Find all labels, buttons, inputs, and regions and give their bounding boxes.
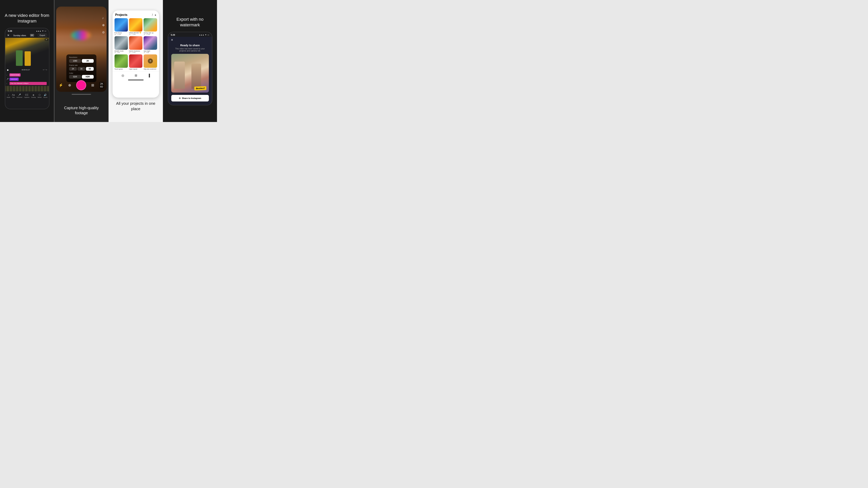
resolution-1080-button[interactable]: 1080 [69, 59, 81, 63]
project-thumb-6 [144, 36, 157, 50]
framerate-24-button[interactable]: 24 [69, 67, 77, 71]
wifi-icon-4: ▼ [205, 34, 207, 36]
camera-settings-overlay: Resolution 1080 2K Frame rate 24 30 60 C [66, 55, 96, 82]
panel4-title: Export with no watermark [166, 17, 214, 28]
phone-mockup-1: 5:26 ▲▲▲ ▼ ▭ ✕ Sunday vibes 2K Export 2K… [5, 28, 50, 109]
ready-subtitle: This video has been saved to your projec… [168, 47, 212, 54]
track-icon-1: ♩ [6, 74, 9, 76]
sticker-label: Sticker [38, 97, 42, 98]
project-name-6: Spa night [144, 50, 157, 52]
project-sunny-side-up[interactable]: Sunny side up 3d · 2.5MB [144, 18, 157, 35]
panel-projects: Projects ⤴ ● Free throw 4d · 2.3MB Infla… [109, 0, 163, 122]
play-button[interactable]: ▶ [7, 69, 9, 71]
project-hype-squad[interactable]: Hype squad [129, 55, 143, 70]
framerate-30-button[interactable]: 30 [78, 67, 85, 71]
tool-sticker[interactable]: ⬡ Sticker [38, 94, 42, 98]
project-name-1: Free throw [115, 32, 128, 34]
redo-button[interactable]: ↪ [45, 69, 47, 71]
clip-voiceover[interactable]: Voiceover [9, 78, 19, 81]
tool-overlay[interactable]: ◈ Overlay [31, 94, 36, 98]
project-inflata-boom[interactable]: Inflata-BOOM! 💛 4d · 1.1MB [129, 18, 143, 35]
undo-button[interactable]: ↩ [43, 69, 44, 71]
clip-flux[interactable]: Flux Vox Maxwell 126bpm [9, 82, 47, 85]
resolution-2k-button[interactable]: 2K [82, 59, 94, 63]
nav-stats-icon[interactable]: ▐ [148, 74, 150, 77]
battery-icon-4: ▭ [208, 34, 209, 36]
project-thumb-8 [129, 55, 143, 68]
clip-dance-break[interactable]: Dance break [9, 73, 21, 76]
overlay-icon: ◈ [33, 94, 34, 96]
tool-sound[interactable]: 🔊 Sound [43, 94, 47, 98]
music-icon[interactable]: ♪ [102, 16, 104, 20]
signal-icon-4: ▲▲▲ [199, 34, 204, 36]
audio-label: Audio [7, 97, 10, 98]
color-sdr-button[interactable]: SDR [69, 75, 81, 78]
project-meta-6: 2d · 3MB [144, 52, 157, 53]
resolution-buttons: 1080 2K [69, 59, 94, 63]
tool-audio[interactable]: ♪ Audio [7, 94, 10, 98]
export-sticker: Besties!! [194, 86, 207, 91]
project-name-9: Wig was snatched [144, 68, 157, 70]
eyeshadow-effect [71, 30, 91, 40]
project-spa-night[interactable]: Spa night 2d · 3MB [144, 36, 157, 53]
project-nacho-business[interactable]: Nacho business 2d · 3.2MB [129, 36, 143, 53]
phone-mockup-3: Projects ⤴ ● Free throw 4d · 2.3MB Infla… [113, 10, 159, 98]
share-button-label: Share to Instagram [182, 97, 201, 99]
framerate-60-button[interactable]: 60 [86, 67, 94, 71]
nav-grid-icon[interactable]: ⊞ [135, 73, 137, 77]
project-add-thumb: + [144, 55, 157, 68]
panel-video-editor: A new video editor from Instagram 5:26 ▲… [0, 0, 54, 122]
signal-icon: ▲▲▲ [36, 30, 41, 32]
projects-grid: Free throw 4d · 2.3MB Inflata-BOOM! 💛 4d… [113, 18, 159, 70]
tool-captions[interactable]: CC Captions [24, 94, 29, 98]
status-time-4: 5:26 [171, 34, 175, 36]
nav-camera-icon[interactable]: ◎ [122, 73, 124, 77]
status-bar-4: 5:26 ▲▲▲ ▼ ▭ [168, 32, 212, 37]
flash-off-icon[interactable]: ⊕ [68, 83, 71, 87]
status-icons-1: ▲▲▲ ▼ ▭ [36, 30, 46, 32]
framerate-label: Frame rate [69, 64, 94, 66]
instagram-icon: ⊕ [179, 97, 181, 100]
framerate-buttons: 24 30 60 [69, 67, 94, 71]
tool-voiceover[interactable]: 🎤 Voiceover [17, 94, 23, 98]
text-icon: Aa [12, 94, 15, 96]
share-instagram-button[interactable]: ⊕ Share to Instagram [171, 95, 209, 101]
shutter-button[interactable] [76, 80, 86, 90]
filters-icon[interactable]: ⊘ [102, 30, 104, 34]
project-thumb-7 [115, 55, 128, 68]
color-hdr-button[interactable]: HDR [82, 75, 94, 78]
figure-green [16, 51, 23, 66]
projects-title: Projects [115, 13, 127, 17]
project-thumb-3 [144, 18, 157, 32]
project-thumb-2 [129, 18, 143, 32]
framerate-setting: Frame rate 24 30 60 [69, 64, 94, 71]
project-thumb-1 [115, 18, 128, 32]
text-label: Text [12, 97, 14, 98]
video-thumbnail-strip [5, 86, 49, 91]
project-name[interactable]: Sunday vibes [13, 34, 26, 37]
project-free-throw[interactable]: Free throw 4d · 2.3MB [115, 18, 128, 35]
projects-bottom-nav: ◎ ⊞ ▐ [113, 71, 159, 78]
gallery-icon[interactable]: ⊞ [91, 83, 94, 87]
person-silhouette-2 [191, 64, 201, 89]
project-name-8: Hype squad [129, 68, 143, 70]
profile-icon[interactable]: ● [155, 13, 156, 17]
export-close-button[interactable]: ✕ [171, 38, 173, 41]
export-button[interactable]: Export [38, 34, 47, 37]
panel-export: Export with no watermark 5:26 ▲▲▲ ▼ ▭ ✕ … [163, 0, 217, 122]
overlay-label: Overlay [31, 97, 36, 98]
share-projects-icon[interactable]: ⤴ [152, 13, 153, 17]
effects-icon[interactable]: ⊕ [102, 23, 104, 27]
add-project-icon[interactable]: + [148, 59, 153, 64]
timeline-row-3: ♪ Flux Vox Maxwell 126bpm [5, 81, 49, 86]
project-stealth-mode[interactable]: Stealth mode 3d · 1MB [115, 36, 128, 53]
wifi-icon: ▼ [42, 30, 44, 32]
project-thumb-4 [115, 36, 128, 50]
project-thumb-5 [129, 36, 143, 50]
tool-text[interactable]: Aa Text [12, 94, 15, 98]
audio-icon: ♪ [8, 94, 9, 96]
project-touch-grass[interactable]: Touch grass [115, 55, 128, 70]
close-button[interactable]: ✕ [7, 34, 9, 37]
project-wig-was-snatched[interactable]: + Wig was snatched [144, 55, 157, 70]
flash-icon[interactable]: ⚡ [59, 83, 63, 87]
